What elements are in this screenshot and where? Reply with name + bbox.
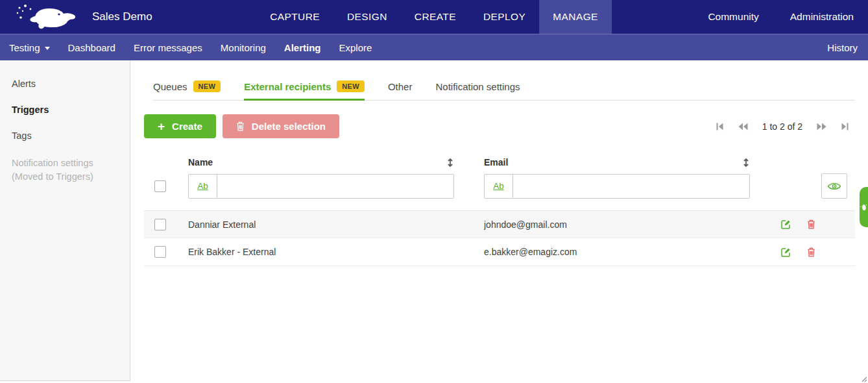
topnav-administration[interactable]: Administration (790, 11, 854, 23)
table-body: Danniar External johndoe@gmail.com (144, 210, 855, 266)
sidebar-item-triggers[interactable]: Triggers (0, 97, 130, 123)
delete-selection-button[interactable]: Delete selection (223, 114, 339, 138)
pagination: 1 to 2 of 2 (715, 121, 850, 132)
eye-icon (827, 182, 841, 191)
select-all-checkbox[interactable] (154, 180, 166, 192)
edit-button[interactable] (781, 219, 791, 229)
tab-external-recipients-label: External recipients (244, 81, 331, 92)
table-row: Erik Bakker - External e.bakker@emagiz.c… (144, 238, 855, 266)
topnav-deploy[interactable]: DEPLOY (470, 0, 539, 34)
pagination-first-icon[interactable] (715, 122, 724, 131)
subnav-dashboard[interactable]: Dashboard (59, 42, 125, 53)
tab-queues[interactable]: Queues NEW (153, 80, 221, 101)
sort-icon[interactable] (446, 158, 454, 167)
sort-icon[interactable] (742, 158, 750, 167)
pagination-last-icon[interactable] (841, 122, 850, 131)
plus-icon: + (158, 120, 165, 132)
tab-external-recipients[interactable]: External recipients NEW (244, 80, 365, 101)
name-filter-group: Ab (188, 174, 454, 199)
delete-row-button[interactable] (807, 247, 815, 257)
resize-grip-icon[interactable] (860, 375, 867, 382)
trash-icon (236, 121, 245, 131)
secondary-nav: Testing Dashboard Error messages Monitor… (0, 34, 868, 60)
chevron-down-icon (45, 47, 50, 50)
table-filter-row: Ab Ab (144, 173, 855, 199)
topnav-design[interactable]: DESIGN (333, 0, 401, 34)
create-button-label: Create (172, 121, 202, 132)
feedback-flap-button[interactable] (860, 187, 868, 227)
topbar-right-nav: Community Administration (708, 11, 868, 23)
sidebar-item-notification-settings: Notification settings (Moved to Triggers… (0, 149, 130, 192)
project-title: Sales Demo (92, 10, 152, 23)
subnav-environment-dropdown[interactable]: Testing (9, 42, 59, 53)
email-filter-input[interactable] (513, 175, 749, 198)
email-filter-type-button[interactable]: Ab (485, 175, 513, 198)
main-content: Queues NEW External recipients NEW Other… (131, 60, 868, 383)
new-badge: NEW (193, 80, 221, 92)
tab-bar: Queues NEW External recipients NEW Other… (153, 80, 855, 101)
subnav-error-messages[interactable]: Error messages (125, 42, 211, 53)
topnav-create[interactable]: CREATE (401, 0, 470, 34)
topnav-capture[interactable]: CAPTURE (256, 0, 333, 34)
tab-other[interactable]: Other (388, 80, 413, 101)
sidebar-item-alerts[interactable]: Alerts (0, 71, 130, 97)
edit-icon (781, 247, 791, 257)
column-header-name[interactable]: Name (188, 157, 484, 167)
subnav-explore[interactable]: Explore (330, 42, 381, 53)
tab-notification-settings-label: Notification settings (435, 81, 520, 92)
edit-icon (781, 219, 791, 229)
environment-label: Testing (9, 42, 40, 53)
view-columns-button[interactable] (821, 173, 847, 199)
pagination-prev-icon[interactable] (738, 122, 749, 131)
table-header-row: Name Email (144, 157, 855, 173)
lifecycle-nav: CAPTURE DESIGN CREATE DEPLOY MANAGE (256, 0, 612, 34)
recipient-name: Danniar External (188, 219, 484, 230)
sidebar: Alerts Triggers Tags Notification settin… (0, 60, 130, 381)
recipient-name: Erik Bakker - External (188, 247, 484, 257)
recipient-email: e.bakker@emagiz.com (484, 247, 780, 257)
app-window: Sales Demo CAPTURE DESIGN CREATE DEPLOY … (0, 0, 868, 383)
name-filter-input[interactable] (217, 175, 453, 198)
topnav-manage[interactable]: MANAGE (539, 0, 612, 34)
platypus-mini-icon (860, 203, 868, 212)
edit-button[interactable] (781, 247, 791, 257)
tab-other-label: Other (388, 81, 413, 92)
name-filter-type-button[interactable]: Ab (189, 175, 217, 198)
subnav-history[interactable]: History (827, 42, 859, 53)
pagination-status: 1 to 2 of 2 (762, 121, 802, 132)
email-filter-group: Ab (484, 174, 750, 199)
notification-settings-line2: (Moved to Triggers) (12, 170, 118, 184)
delete-row-button[interactable] (807, 219, 815, 229)
trash-icon (807, 219, 815, 229)
email-column-label: Email (484, 157, 508, 167)
trash-icon (807, 247, 815, 257)
emagiz-platypus-logo-icon[interactable] (10, 2, 79, 32)
new-badge: NEW (337, 80, 365, 92)
subnav-alerting[interactable]: Alerting (275, 42, 330, 53)
tab-queues-label: Queues (153, 81, 187, 92)
toolbar: + Create Delete selection 1 to 2 of 2 (144, 114, 850, 138)
row-checkbox[interactable] (154, 219, 166, 230)
top-bar: Sales Demo CAPTURE DESIGN CREATE DEPLOY … (0, 0, 868, 34)
create-button[interactable]: + Create (144, 114, 216, 138)
sidebar-item-tags[interactable]: Tags (0, 123, 130, 149)
column-header-email[interactable]: Email (484, 157, 780, 167)
row-checkbox[interactable] (154, 246, 166, 258)
tab-notification-settings[interactable]: Notification settings (435, 80, 520, 101)
topnav-community[interactable]: Community (708, 11, 758, 23)
name-column-label: Name (188, 157, 213, 167)
notification-settings-line1: Notification settings (12, 156, 118, 170)
table-row: Danniar External johndoe@gmail.com (144, 210, 855, 238)
pagination-next-icon[interactable] (816, 122, 827, 131)
recipients-table: Name Email Ab (144, 157, 855, 266)
delete-button-label: Delete selection (252, 121, 326, 132)
subnav-monitoring[interactable]: Monitoring (211, 42, 275, 53)
recipient-email: johndoe@gmail.com (484, 219, 780, 230)
